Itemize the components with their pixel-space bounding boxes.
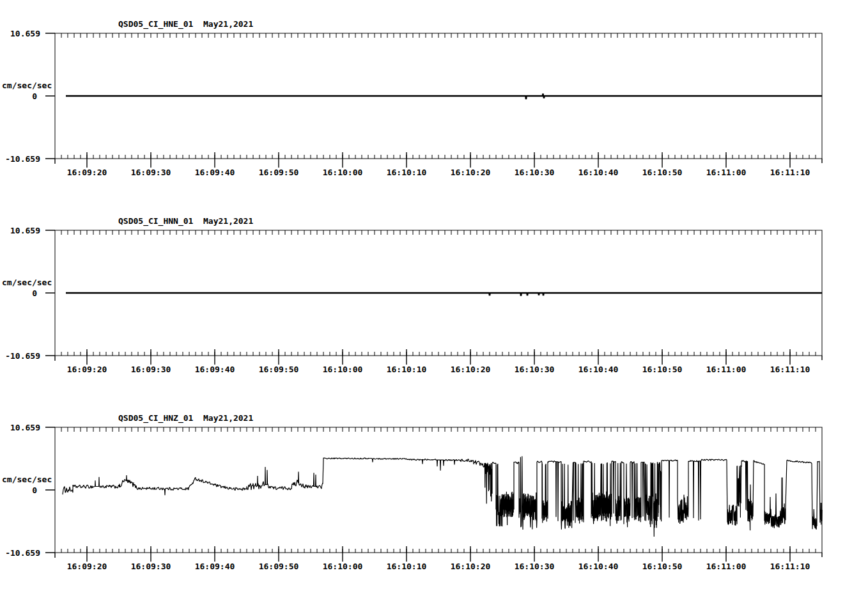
x-tick-label: 16:09:50: [259, 562, 299, 571]
top-minor-ticks: [61, 33, 816, 38]
y-tick-label-min: -10.659: [5, 154, 40, 164]
top-minor-ticks: [61, 230, 816, 235]
x-tick-label: 16:10:50: [642, 168, 683, 177]
x-tick-label: 16:10:30: [515, 168, 555, 177]
panel-title: QSD05_CI_HNZ_01: [118, 413, 194, 423]
panel-qsd05_ci_hnn_01: QSD05_CI_HNN_01May21,202110.6590-10.659c…: [2, 216, 822, 374]
x-tick-label: 16:10:00: [323, 562, 363, 571]
panel-date: May21,2021: [203, 413, 253, 423]
x-tick-label: 16:10:00: [323, 365, 363, 374]
bottom-minor-ticks: [61, 155, 816, 159]
waveform-trace-qsd05_ci_hne_01: [66, 93, 822, 99]
x-tick-label: 16:10:40: [578, 168, 619, 177]
bottom-major-ticks: [87, 152, 790, 168]
plot-frame: [55, 427, 822, 553]
panel-date: May21,2021: [203, 216, 253, 226]
bottom-minor-ticks: [61, 549, 816, 553]
x-tick-label: 16:10:40: [578, 365, 619, 374]
y-tick-label-max: 10.659: [10, 423, 40, 432]
y-tick-label-zero: 0: [32, 91, 37, 101]
x-tick-label: 16:10:20: [451, 562, 491, 571]
x-tick-label: 16:10:10: [387, 562, 427, 571]
x-tick-label: 16:10:10: [387, 168, 427, 177]
x-tick-label: 16:11:00: [706, 365, 747, 374]
x-tick-label: 16:10:30: [515, 562, 555, 571]
y-axis-units-label: cm/sec/sec: [2, 278, 52, 287]
x-tick-label: 16:09:40: [195, 562, 235, 571]
x-tick-label: 16:10:10: [387, 365, 427, 374]
x-tick-label: 16:10:40: [578, 562, 619, 571]
x-tick-label: 16:11:00: [706, 562, 747, 571]
panel-qsd05_ci_hne_01: QSD05_CI_HNE_01May21,202110.6590-10.659c…: [2, 19, 822, 177]
y-tick-dashes: [45, 427, 822, 558]
bottom-major-ticks: [87, 349, 790, 365]
top-minor-ticks: [61, 427, 816, 432]
x-tick-label: 16:10:20: [451, 168, 491, 177]
y-tick-label-max: 10.659: [10, 226, 40, 235]
seismogram-viewer-page: QSD05_CI_HNE_01May21,202110.6590-10.659c…: [0, 0, 868, 591]
y-tick-label-zero: 0: [32, 288, 37, 298]
waveform-trace-qsd05_ci_hnn_01: [66, 293, 822, 296]
waveform-trace-qsd05_ci_hnz_01: [63, 456, 822, 537]
x-tick-label: 16:11:10: [770, 365, 810, 374]
x-tick-label: 16:09:30: [131, 365, 171, 374]
x-tick-label: 16:09:20: [67, 365, 107, 374]
x-tick-label: 16:10:00: [323, 168, 363, 177]
x-tick-label: 16:09:20: [67, 168, 107, 177]
panel-date: May21,2021: [203, 19, 253, 29]
x-tick-label: 16:10:20: [451, 365, 491, 374]
seismogram-canvas: QSD05_CI_HNE_01May21,202110.6590-10.659c…: [0, 0, 868, 591]
x-tick-label: 16:10:50: [642, 365, 683, 374]
y-tick-label-zero: 0: [32, 485, 37, 495]
x-tick-label: 16:11:10: [770, 168, 810, 177]
x-tick-label: 16:09:50: [259, 168, 299, 177]
x-tick-label: 16:09:30: [131, 168, 171, 177]
x-tick-label: 16:09:50: [259, 365, 299, 374]
y-tick-label-min: -10.659: [5, 351, 40, 361]
y-tick-dashes: [45, 230, 822, 361]
x-tick-label: 16:09:40: [195, 365, 235, 374]
x-tick-label: 16:09:30: [131, 562, 171, 571]
panel-qsd05_ci_hnz_01: QSD05_CI_HNZ_01May21,202110.6590-10.659c…: [2, 413, 822, 571]
y-tick-dashes: [45, 33, 822, 164]
y-tick-label-min: -10.659: [5, 548, 40, 558]
x-tick-label: 16:10:30: [515, 365, 555, 374]
x-tick-label: 16:10:50: [642, 562, 683, 571]
x-tick-label: 16:11:00: [706, 168, 747, 177]
y-axis-units-label: cm/sec/sec: [2, 475, 52, 484]
bottom-minor-ticks: [61, 352, 816, 356]
x-tick-label: 16:11:10: [770, 562, 810, 571]
y-axis-units-label: cm/sec/sec: [2, 81, 52, 90]
panel-title: QSD05_CI_HNE_01: [118, 19, 194, 29]
panel-title: QSD05_CI_HNN_01: [118, 216, 194, 226]
x-tick-label: 16:09:40: [195, 168, 235, 177]
x-tick-label: 16:09:20: [67, 562, 107, 571]
bottom-major-ticks: [87, 546, 790, 562]
y-tick-label-max: 10.659: [10, 29, 40, 38]
